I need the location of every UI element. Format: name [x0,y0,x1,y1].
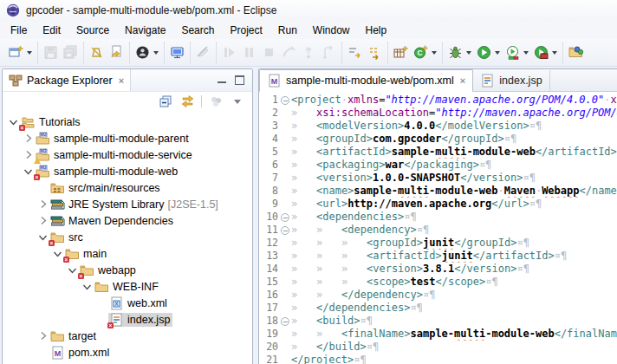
svg-text:M2: M2 [40,165,47,170]
tree-item-index-jsp[interactable]: ×index.jsp [3,311,252,328]
code-line[interactable]: 16»»</dependency>¤¶ [259,289,617,302]
expand-arrow-icon[interactable] [36,216,49,225]
collapse-arrow-icon[interactable] [36,233,49,242]
user-account-button[interactable] [133,42,153,62]
menu-project[interactable]: Project [222,23,270,38]
tree-item-webapp[interactable]: ×webapp [3,262,252,278]
run-to-line-button[interactable] [345,42,365,62]
debug-button[interactable] [445,42,465,62]
menu-window[interactable]: Window [305,23,358,38]
code-line[interactable]: 2»xsi:schemaLocation="http://maven.apach… [259,107,617,120]
collapse-arrow-icon[interactable] [7,118,20,127]
code-line[interactable]: 12»»»<groupId>junit</groupId>¤¶ [259,237,617,250]
toolbar-group [83,42,129,63]
fold-marker[interactable] [278,211,291,224]
view-menu-button[interactable] [230,94,245,109]
tree-item-web-inf[interactable]: WEB-INF [3,278,252,295]
menu-edit[interactable]: Edit [35,23,68,38]
fold-marker[interactable] [278,94,291,107]
editor-tab-index-jsp[interactable]: index.jsp [473,70,549,91]
code-line[interactable]: 6»<packaging>war</packaging>¤¶ [259,159,617,172]
code-line[interactable]: 10»<dependencies>¤¶ [259,211,617,224]
collapse-all-button[interactable] [158,94,173,109]
run-dropdown-icon[interactable] [495,51,500,55]
menu-run[interactable]: Run [270,23,305,38]
collapse-arrow-icon[interactable] [51,250,64,258]
fold-column [278,133,291,146]
tree-item-label: sample-multi-module-web [54,165,178,178]
close-tab-icon[interactable]: × [458,76,465,85]
expand-arrow-icon[interactable] [36,199,49,209]
tree-item-label: target [68,329,96,342]
tree-item-jre-system-library[interactable]: JRE System Library [J2SE-1.5] [3,196,252,212]
tree-item-sample-multi-module-service[interactable]: M2sample-multi-module-service [3,146,252,163]
code-line[interactable]: 1<project·xmlns="http://maven.apache.org… [259,94,617,107]
menu-navigate[interactable]: Navigate [117,23,173,38]
tree-item-src[interactable]: ×src [3,229,252,245]
expand-arrow-icon[interactable] [22,133,35,143]
new-wizard-dropdown-icon[interactable] [27,51,32,55]
tree-item-main[interactable]: ×main [3,245,252,262]
focus-task-button [208,94,224,109]
fold-marker[interactable] [278,315,291,328]
tree-item-pom-xml[interactable]: Mpom.xml [3,344,252,361]
menu-source[interactable]: Source [68,23,117,38]
use-step-filters-button[interactable] [365,42,385,62]
fold-column [278,172,291,185]
editor-tab-sample-multi-module-web-pom-xml[interactable]: Msample-multi-module-web/pom.xml× [259,69,473,92]
code-line[interactable]: 9»<url>http://maven.apache.org</url>¤¶ [259,198,617,211]
line-number: 14 [259,263,278,276]
tree-item-tutorials[interactable]: ×Tutorials [3,114,252,130]
minimize-view-button[interactable] [218,75,226,83]
code-line[interactable]: 8»<name>sample-multi-module-web·Maven·We… [259,185,617,198]
code-line[interactable]: 13»»»<artifactId>junit</artifactId>¤¶ [259,250,617,263]
code-line[interactable]: 18»<build>¤¶ [259,315,617,328]
open-console-button[interactable] [167,42,187,62]
expand-arrow-icon[interactable] [22,150,35,159]
collapse-arrow-icon[interactable] [81,283,94,291]
collapse-arrow-icon[interactable] [66,266,79,275]
coverage-dropdown-icon[interactable] [523,51,529,55]
tree-item-sample-multi-module-web[interactable]: M2×sample-multi-module-web [3,163,252,179]
tree-item-sample-multi-module-parent[interactable]: M2sample-multi-module-parent [3,130,252,146]
collapse-arrow-icon[interactable] [22,167,35,176]
fold-marker[interactable] [278,224,291,237]
xml-editor[interactable]: 1<project·xmlns="http://maven.apache.org… [259,92,617,364]
expand-arrow-icon[interactable] [36,331,49,341]
code-line[interactable]: 17»</dependencies>¤¶ [259,302,617,315]
new-wizard-button[interactable] [6,42,26,62]
open-perspective-button[interactable] [566,42,586,62]
code-line[interactable]: 5»<artifactId>sample-multi-module-web</a… [259,146,617,159]
external-tools-button[interactable] [531,42,551,62]
new-connection-button[interactable]: C [411,42,431,62]
menu-help[interactable]: Help [358,23,395,38]
tab-package-explorer[interactable]: Package Explorer × [3,69,131,91]
update-maven-project-button[interactable] [107,42,127,62]
tree-item-maven-dependencies[interactable]: Maven Dependencies [3,212,252,229]
link-with-editor-button[interactable] [179,94,195,109]
menu-search[interactable]: Search [173,23,222,38]
code-line[interactable]: 20»</build>¤¶ [259,341,617,354]
code-line[interactable]: 3»<modelVersion>4.0.0</modelVersion>¤¶ [259,120,617,133]
code-line[interactable]: 21</project>¤¶ [259,354,617,364]
run-button[interactable] [474,42,494,62]
code-line[interactable]: 15»»»<scope>test</scope>¤¶ [259,276,617,289]
close-view-icon[interactable]: × [117,76,124,85]
new-connection-dropdown-icon[interactable] [432,51,437,55]
skip-all-breakpoints-button[interactable] [87,42,107,62]
new-java-project-button[interactable] [391,42,411,62]
debug-dropdown-icon[interactable] [466,51,471,55]
code-line[interactable]: 4»<groupId>com.gpcoder</groupId>¤¶ [259,133,617,146]
code-line[interactable]: 19»»<finalName>sample-multi-module-web</… [259,328,617,341]
code-line[interactable]: 11»»<dependency>¤¶ [259,224,617,237]
coverage-button[interactable] [503,42,523,62]
tree-item-web-xml[interactable]: Xweb.xml [3,295,252,311]
tree-item-src-main-resources[interactable]: src/main/resources [3,179,252,196]
user-account-dropdown-icon[interactable] [153,51,159,55]
menu-file[interactable]: File [3,23,35,38]
external-tools-dropdown-icon[interactable] [552,51,557,55]
maximize-view-button[interactable] [235,75,244,85]
tree-item-target[interactable]: target [3,328,252,344]
code-line[interactable]: 7»<version>1.0.0-SNAPSHOT</version>¤¶ [259,172,617,185]
code-line[interactable]: 14»»»<version>3.8.1</version>¤¶ [259,263,617,276]
